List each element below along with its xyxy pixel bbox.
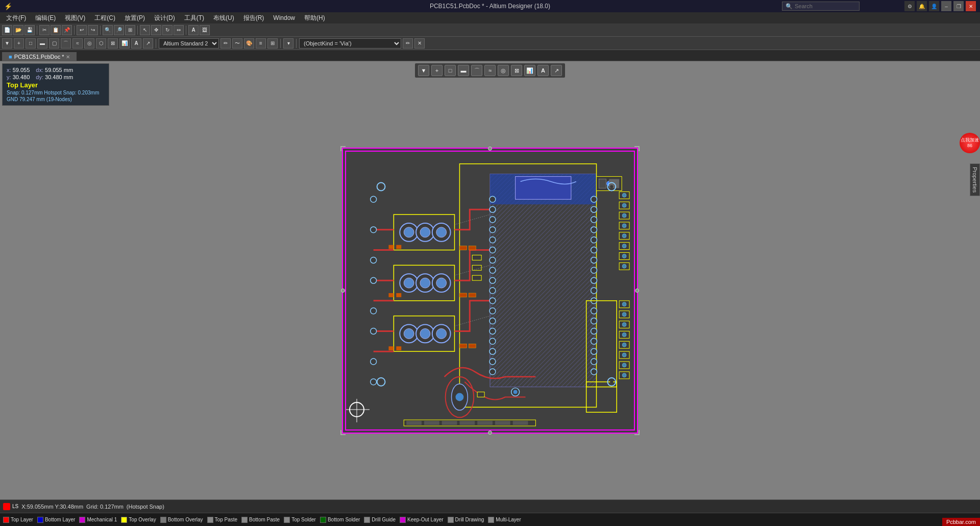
search-input[interactable]: [795, 3, 856, 9]
notification-icon[interactable]: 🔔: [917, 1, 927, 11]
tb-text[interactable]: A: [188, 25, 199, 35]
tb2-filter[interactable]: ▼: [2, 38, 12, 49]
restore-button[interactable]: ❐: [953, 1, 964, 11]
layer-top-solder[interactable]: Top Solder: [284, 517, 316, 523]
menu-design[interactable]: 设计(D): [150, 13, 179, 23]
layer-bottom[interactable]: Bottom Layer: [37, 517, 75, 523]
tb2-color[interactable]: 🎨: [244, 38, 254, 49]
filter-btn-cursor2[interactable]: ↗: [551, 65, 562, 76]
menu-report[interactable]: 报告(R): [239, 13, 268, 23]
canvas-area[interactable]: ▼ + □ ▬ ⌒ ≈ ◎ ⊠ 📊 A ↗ x: 59.055 dx: 59.0…: [0, 61, 980, 499]
svg-point-77: [489, 277, 496, 283]
menu-tools[interactable]: 工具(T): [180, 13, 208, 23]
properties-panel-tab[interactable]: Properties: [970, 163, 980, 196]
layer-drill-guide[interactable]: Drill Guide: [364, 517, 396, 523]
tab-pcbdoc[interactable]: ■ PCB1C51.PcbDoc * ✕: [2, 52, 77, 61]
svg-point-105: [371, 196, 377, 202]
tb-undo[interactable]: ↩: [77, 25, 87, 35]
tb2-filter-clear[interactable]: ✕: [414, 38, 425, 49]
svg-rect-2: [490, 174, 597, 387]
standard-select[interactable]: Altium Standard 2: [159, 38, 219, 49]
svg-rect-33: [388, 293, 394, 297]
close-button[interactable]: ✕: [966, 1, 976, 11]
tb2-filter-edit[interactable]: ✏: [403, 38, 413, 49]
menu-file[interactable]: 文件(F): [2, 13, 30, 23]
tb2-pad[interactable]: ◎: [84, 38, 94, 49]
tb2-grid-dd[interactable]: ⊞: [267, 38, 278, 49]
layer-bottom-paste[interactable]: Bottom Paste: [241, 517, 280, 523]
tb-move[interactable]: ✥: [151, 25, 161, 35]
tb-mirror[interactable]: ⇔: [174, 25, 184, 35]
tb2-route[interactable]: ⌒: [61, 38, 71, 49]
pcb-board[interactable]: [342, 148, 638, 434]
tb-fit[interactable]: ⊞: [125, 25, 135, 35]
menu-route[interactable]: 布线(U): [209, 13, 238, 23]
filter-btn-add[interactable]: +: [431, 65, 443, 76]
svg-point-81: [489, 318, 496, 324]
filter-btn-track[interactable]: ⌒: [471, 65, 482, 76]
layer-mech1[interactable]: Mechanical 1: [79, 517, 117, 523]
acceleration-circle[interactable]: 点我加速 86: [960, 133, 980, 153]
filter-btn-bar[interactable]: ▬: [458, 65, 469, 76]
tb2-rect[interactable]: □: [26, 38, 36, 49]
tb2-diff[interactable]: ≈: [72, 38, 83, 49]
filter-select[interactable]: (ObjectKind = 'Via'): [299, 38, 401, 49]
menu-project[interactable]: 工程(C): [90, 13, 119, 23]
menu-window[interactable]: Window: [269, 13, 299, 22]
layer-bottom-overlay[interactable]: Bottom Overlay: [160, 517, 203, 523]
layer-top-overlay-label: Top Overlay: [129, 517, 156, 522]
menu-help[interactable]: 帮助(H): [300, 13, 329, 23]
filter-btn-text[interactable]: A: [537, 65, 549, 76]
tb-save[interactable]: 💾: [24, 25, 35, 35]
tb-cut[interactable]: ✂: [39, 25, 50, 35]
menu-edit[interactable]: 编辑(E): [31, 13, 60, 23]
acceleration-button[interactable]: 点我加速 86: [960, 133, 980, 153]
tab-close-icon[interactable]: ✕: [66, 54, 70, 60]
menu-view[interactable]: 视图(V): [61, 13, 89, 23]
layer-top-overlay[interactable]: Top Overlay: [121, 517, 156, 523]
tb2-dropdown[interactable]: ▾: [283, 38, 293, 49]
tb2-layers-dd[interactable]: ≡: [256, 38, 266, 49]
layer-keepout[interactable]: Keep-Out Layer: [400, 517, 444, 523]
tb2-add[interactable]: +: [14, 38, 24, 49]
tb-redo[interactable]: ↪: [88, 25, 98, 35]
tb-select[interactable]: ↖: [140, 25, 150, 35]
tb-open[interactable]: 📂: [13, 25, 23, 35]
tb-new[interactable]: 📄: [2, 25, 12, 35]
user-icon[interactable]: 👤: [929, 1, 939, 11]
tb2-chart[interactable]: 📊: [119, 38, 130, 49]
tb-copy[interactable]: 📋: [51, 25, 61, 35]
layer-multi[interactable]: Multi-Layer: [488, 517, 521, 523]
menu-place[interactable]: 放置(P): [120, 13, 149, 23]
filter-btn-funnel[interactable]: ▼: [418, 65, 429, 76]
tb-paste[interactable]: 📌: [62, 25, 72, 35]
tb2-wave[interactable]: 〜: [232, 38, 242, 49]
svg-point-78: [489, 288, 496, 294]
tb2-bar[interactable]: ▬: [37, 38, 47, 49]
filter-btn-rect[interactable]: □: [445, 65, 456, 76]
tb-zoom-in[interactable]: 🔍: [103, 25, 113, 35]
filter-btn-diff[interactable]: ≈: [484, 65, 496, 76]
tb-image[interactable]: 🖼: [200, 25, 210, 35]
filter-btn-chart[interactable]: 📊: [524, 65, 535, 76]
tb-rotate[interactable]: ↻: [162, 25, 173, 35]
tb2-poly[interactable]: ▢: [49, 38, 59, 49]
tb2-cursor[interactable]: ↗: [143, 38, 153, 49]
tb2-dim[interactable]: ⊠: [108, 38, 118, 49]
settings-icon[interactable]: ⚙: [904, 1, 915, 11]
layer-bottom-swatch: [37, 517, 43, 523]
tb2-edit[interactable]: ✏: [220, 38, 231, 49]
layer-top-paste[interactable]: Top Paste: [207, 517, 237, 523]
svg-point-44: [622, 224, 626, 228]
layer-bottom-solder[interactable]: Bottom Solder: [320, 517, 360, 523]
tb2-label[interactable]: A: [131, 38, 141, 49]
filter-btn-via[interactable]: ◎: [498, 65, 509, 76]
minimize-button[interactable]: –: [941, 1, 951, 11]
filter-btn-dim[interactable]: ⊠: [511, 65, 522, 76]
layer-top[interactable]: Top Layer: [3, 517, 33, 523]
search-box[interactable]: 🔍: [782, 2, 860, 11]
tb-zoom-out[interactable]: 🔎: [114, 25, 124, 35]
svg-point-135: [610, 380, 613, 384]
layer-drill-drawing[interactable]: Drill Drawing: [448, 517, 484, 523]
tb2-via[interactable]: ⬡: [96, 38, 106, 49]
